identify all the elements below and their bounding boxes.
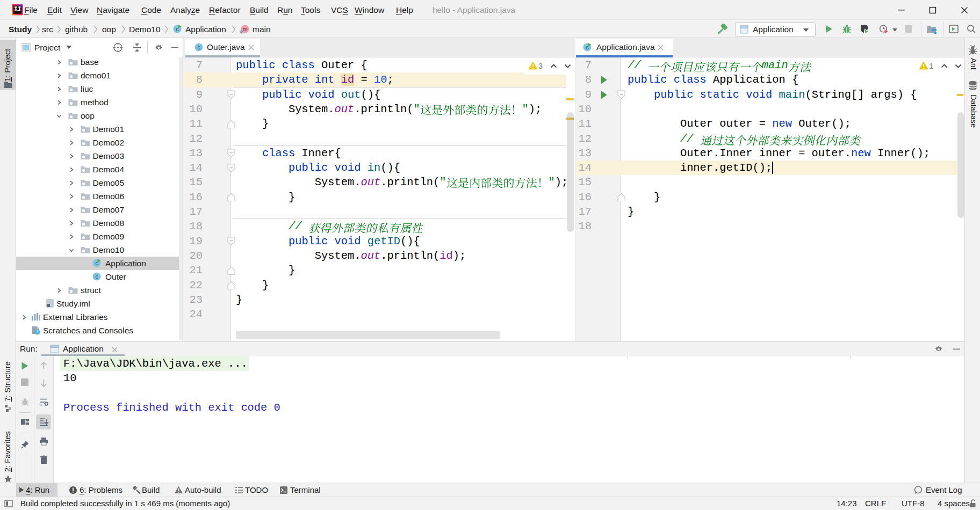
svg-text:c: c	[197, 44, 200, 50]
svg-text:c: c	[95, 273, 98, 280]
svg-text:m: m	[242, 26, 247, 32]
